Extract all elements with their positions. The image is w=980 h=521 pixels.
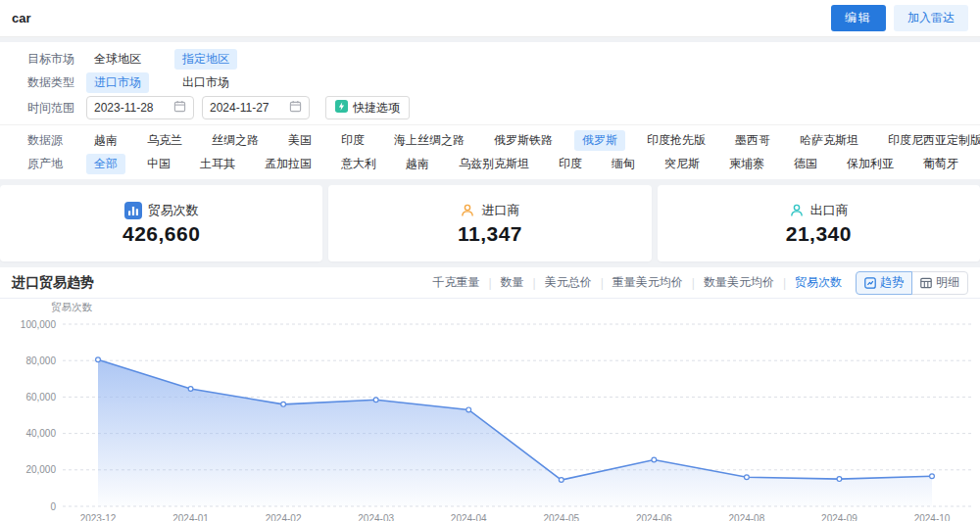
filter-option[interactable]: 缅甸 <box>604 154 643 174</box>
stat-value: 11,347 <box>458 222 522 246</box>
trend-panel: 进口贸易趋势 千克重量|数量|美元总价|重量美元均价|数量美元均价|贸易次数 趋… <box>0 267 980 521</box>
filter-option[interactable]: 墨西哥 <box>727 130 778 151</box>
stat-cards: 贸易次数426,660进口商11,347出口商21,340 <box>0 185 980 261</box>
filter-option[interactable]: 俄罗斯 <box>574 130 625 151</box>
filter-option[interactable]: 印度抢先版 <box>639 130 713 151</box>
filter-option[interactable]: 柬埔寨 <box>721 154 772 174</box>
filter-option[interactable]: 全部 <box>86 154 125 174</box>
filter-option[interactable]: 意大利 <box>333 154 384 174</box>
stat-head: 出口商 <box>789 202 849 219</box>
filter-panel: 目标市场 全球地区指定地区 数据类型 进口市场出口市场 时间范围 2023-11… <box>0 42 980 179</box>
importer-icon <box>460 203 475 218</box>
view-switcher: 趋势明细 <box>856 271 968 295</box>
top-bar: car 编辑 加入雷达 <box>0 0 980 37</box>
separator: | <box>601 276 604 290</box>
metric-option[interactable]: 重量美元均价 <box>612 274 683 291</box>
filter-row-time-range: 时间范围 2023-11-28 2024-11-27 快捷选项 <box>12 94 968 121</box>
separator: | <box>783 276 786 290</box>
start-date-input[interactable]: 2023-11-28 <box>86 96 194 119</box>
filter-option[interactable]: 印度 <box>333 130 372 151</box>
filter-row-target-market: 目标市场 全球地区指定地区 <box>12 47 968 71</box>
trend-title: 进口贸易趋势 <box>12 274 94 292</box>
filter-option[interactable]: 丝绸之路 <box>204 130 267 151</box>
y-tick-label: 40,000 <box>25 428 56 439</box>
stat-label: 进口商 <box>481 202 519 219</box>
metric-option[interactable]: 美元总价 <box>545 274 592 291</box>
filter-option[interactable]: 保加利亚 <box>839 154 902 174</box>
filter-option[interactable]: 海上丝绸之路 <box>386 130 472 151</box>
data-point[interactable] <box>559 478 564 483</box>
data-point[interactable] <box>96 357 101 362</box>
filter-option[interactable]: 哈萨克斯坦 <box>792 130 866 151</box>
filter-row-origin: 原产地 全部中国土耳其孟加拉国意大利越南乌兹别克斯坦印度缅甸突尼斯柬埔寨德国保加… <box>12 152 968 175</box>
topbar-actions: 编辑 加入雷达 <box>831 5 968 31</box>
trend-icon <box>864 277 876 289</box>
data-point[interactable] <box>837 477 842 482</box>
filter-option[interactable]: 指定地区 <box>174 49 237 70</box>
metric-option[interactable]: 贸易次数 <box>795 274 842 291</box>
trend-view-button[interactable]: 趋势 <box>856 271 912 295</box>
x-tick-label: 2024-05 <box>543 513 579 521</box>
separator: | <box>692 276 695 290</box>
y-tick-label: 20,000 <box>25 464 56 475</box>
data-point[interactable] <box>744 475 749 480</box>
x-tick-label: 2024-10 <box>914 513 951 521</box>
filter-option[interactable]: 美国 <box>280 130 319 151</box>
filter-option[interactable]: 中国 <box>139 154 178 174</box>
filter-option[interactable]: 越南 <box>398 154 437 174</box>
end-date-value: 2024-11-27 <box>210 101 270 115</box>
data-type-options: 进口市场出口市场 <box>86 72 968 93</box>
data-point[interactable] <box>652 457 657 462</box>
data-point[interactable] <box>466 407 471 412</box>
filter-option[interactable]: 乌克兰 <box>139 130 190 151</box>
data-point[interactable] <box>188 387 193 392</box>
end-date-input[interactable]: 2024-11-27 <box>202 96 310 119</box>
area-fill <box>98 359 932 506</box>
bar-chart-icon <box>124 202 142 219</box>
x-tick-label: 2024-06 <box>636 513 672 521</box>
calendar-icon <box>173 100 186 116</box>
filter-option[interactable]: 进口市场 <box>86 72 149 93</box>
filter-option[interactable]: 土耳其 <box>192 154 243 174</box>
filter-option[interactable]: 乌兹别克斯坦 <box>451 154 537 174</box>
filter-option[interactable]: 突尼斯 <box>657 154 708 174</box>
data-point[interactable] <box>930 474 935 479</box>
x-tick-label: 2023-12 <box>80 513 117 521</box>
stat-value: 426,660 <box>122 222 200 246</box>
y-tick-label: 100,000 <box>21 319 57 330</box>
divider <box>0 124 980 125</box>
filter-option[interactable]: 俄罗斯铁路 <box>486 130 561 151</box>
quick-options-button[interactable]: 快捷选项 <box>325 96 410 119</box>
edit-button[interactable]: 编辑 <box>831 5 886 31</box>
y-tick-label: 60,000 <box>25 392 56 403</box>
data-point[interactable] <box>373 398 378 403</box>
filter-option[interactable]: 越南 <box>86 130 125 151</box>
trend-chart: 贸易次数020,00040,00060,00080,000100,0002023… <box>0 299 980 521</box>
filter-option[interactable]: 出口市场 <box>174 72 237 93</box>
trend-header: 进口贸易趋势 千克重量|数量|美元总价|重量美元均价|数量美元均价|贸易次数 趋… <box>0 267 980 299</box>
filter-option[interactable]: 印度尼西亚定制版 <box>880 130 980 151</box>
filter-label-target-market: 目标市场 <box>12 51 86 68</box>
filter-label-data-type: 数据类型 <box>12 74 86 91</box>
y-axis-title: 贸易次数 <box>51 301 93 312</box>
metric-option[interactable]: 千克重量 <box>432 274 479 291</box>
add-radar-button[interactable]: 加入雷达 <box>894 5 968 31</box>
filter-option[interactable]: 全球地区 <box>86 49 149 70</box>
data-point[interactable] <box>281 402 286 406</box>
stat-label: 贸易次数 <box>148 202 199 219</box>
metric-option[interactable]: 数量 <box>501 274 524 291</box>
y-tick-label: 80,000 <box>25 355 56 366</box>
filter-option[interactable]: 印度 <box>551 154 590 174</box>
quick-options-icon <box>335 100 348 116</box>
metric-option[interactable]: 数量美元均价 <box>704 274 774 291</box>
filter-option[interactable]: 德国 <box>786 154 825 174</box>
x-tick-label: 2024-03 <box>358 513 394 521</box>
filter-option[interactable]: 孟加拉国 <box>257 154 319 174</box>
stat-head: 进口商 <box>460 202 519 219</box>
detail-view-button[interactable]: 明细 <box>911 271 968 295</box>
x-tick-label: 2024-01 <box>172 513 209 521</box>
x-tick-label: 2024-09 <box>821 513 858 521</box>
filter-row-data-type: 数据类型 进口市场出口市场 <box>12 71 968 94</box>
x-tick-label: 2024-08 <box>729 513 765 521</box>
filter-option[interactable]: 葡萄牙 <box>915 154 966 174</box>
